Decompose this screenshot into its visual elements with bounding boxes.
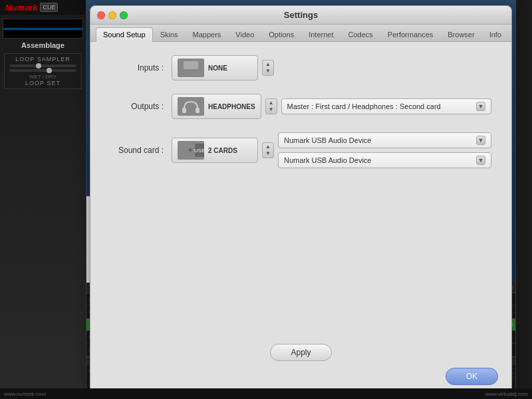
wet-dry-label: WET / DRY xyxy=(7,74,79,80)
deck-label: Assemblage xyxy=(3,40,83,51)
headphones-icon xyxy=(178,97,204,116)
dialog-tabs: Sound Setup Skins Mappers Video Options … xyxy=(90,25,511,42)
sound-card-dropdown-2[interactable]: Numark USB Audio Device ▼ xyxy=(278,152,491,168)
waveform-display xyxy=(3,19,83,39)
outputs-arrow-down[interactable]: ▼ xyxy=(267,106,276,113)
tab-sound-setup[interactable]: Sound Setup xyxy=(96,27,153,42)
sound-card-dropdown-2-arrow[interactable]: ▼ xyxy=(476,156,485,165)
apply-button[interactable]: Apply xyxy=(270,344,331,361)
sound-card-selector[interactable]: + USB 2 CARDS xyxy=(172,138,258,163)
close-button[interactable] xyxy=(97,11,105,19)
numark-logo-area: Numark CUE xyxy=(0,0,86,15)
dj-deck-area: Assemblage LOOP SAMPLER WET / DRY LOOP S… xyxy=(0,15,86,94)
left-sidebar: Numark CUE Assemblage LOOP SAMPLER WET /… xyxy=(0,0,86,399)
card-1 xyxy=(178,144,186,157)
numark-logo-text: Numark xyxy=(5,3,37,13)
slider-thumb-2 xyxy=(47,68,52,73)
minimize-button[interactable] xyxy=(108,11,116,19)
status-right-url: www.virtualdj.com xyxy=(485,391,528,397)
dialog-titlebar: Settings xyxy=(90,6,511,25)
inputs-selector[interactable]: NONE xyxy=(172,55,258,80)
outputs-dropdown-arrow[interactable]: ▼ xyxy=(476,102,485,111)
loop-sampler-label: LOOP SAMPLER xyxy=(7,56,79,63)
dialog-title: Settings xyxy=(284,10,318,20)
settings-dialog: Settings Sound Setup Skins Mappers Video… xyxy=(90,5,512,394)
sound-card-arrow-down[interactable]: ▼ xyxy=(263,150,273,157)
tab-video[interactable]: Video xyxy=(228,27,261,41)
usb-icon: USB xyxy=(195,144,204,157)
two-cards-icon: + USB xyxy=(178,141,204,160)
inputs-selector-label: NONE xyxy=(208,65,252,72)
inputs-arrow-up[interactable]: ▲ xyxy=(263,61,273,68)
slider-thumb xyxy=(36,63,41,68)
tab-internet[interactable]: Internet xyxy=(301,27,340,41)
outputs-selector[interactable]: HEADPHONES xyxy=(172,94,261,119)
dialog-footer: Apply OK xyxy=(90,336,511,393)
sound-card-dropdown-1-arrow[interactable]: ▼ xyxy=(476,136,485,145)
tab-browser[interactable]: Browser xyxy=(440,27,481,41)
outputs-dropdown-text: Master : First card / Headphones : Secon… xyxy=(287,102,441,110)
svg-rect-0 xyxy=(182,108,186,113)
tab-performances[interactable]: Performances xyxy=(380,27,440,41)
traffic-lights xyxy=(97,11,128,19)
waveform-line xyxy=(3,29,82,29)
sound-card-dropdown-1-text: Numark USB Audio Device xyxy=(284,136,371,144)
inputs-label: Inputs : xyxy=(110,63,164,72)
loop-set-label: LOOP SET xyxy=(7,80,79,86)
inputs-arrow-down[interactable]: ▼ xyxy=(263,68,273,74)
tab-options[interactable]: Options xyxy=(261,27,301,41)
plus-sign: + xyxy=(188,146,193,155)
outputs-arrow-up[interactable]: ▲ xyxy=(267,100,276,106)
outputs-control: HEADPHONES ▲ ▼ Master : First card / Hea… xyxy=(172,94,491,119)
sampler-slider-2[interactable] xyxy=(9,69,76,72)
two-cards-visual: + USB xyxy=(178,144,204,157)
sound-card-arrow-up[interactable]: ▲ xyxy=(263,144,273,150)
sound-card-row: Sound card : + USB 2 CARDS ▲ ▼ xyxy=(110,132,491,168)
sound-card-selector-label: 2 CARDS xyxy=(208,147,252,154)
sound-card-dropdown-2-text: Numark USB Audio Device xyxy=(284,156,371,164)
status-left-url: www.numark.com xyxy=(4,391,46,397)
svg-rect-1 xyxy=(196,108,200,113)
tab-skins[interactable]: Skins xyxy=(153,27,186,41)
none-icon xyxy=(178,59,204,77)
sound-card-dropdown-1[interactable]: Numark USB Audio Device ▼ xyxy=(278,132,491,148)
sound-card-control: + USB 2 CARDS ▲ ▼ Numark USB Audio Devic… xyxy=(172,132,491,168)
outputs-selector-label: HEADPHONES xyxy=(208,103,255,110)
sound-card-label: Sound card : xyxy=(110,146,164,155)
inputs-row: Inputs : NONE ▲ ▼ xyxy=(110,55,491,80)
outputs-dropdown[interactable]: Master : First card / Headphones : Secon… xyxy=(281,98,491,114)
tab-mappers[interactable]: Mappers xyxy=(186,27,229,41)
maximize-button[interactable] xyxy=(120,11,128,19)
outputs-label: Outputs : xyxy=(110,102,164,111)
loop-sampler-section: LOOP SAMPLER WET / DRY LOOP SET xyxy=(4,53,82,89)
inputs-control: NONE ▲ ▼ xyxy=(172,55,491,80)
outputs-arrows[interactable]: ▲ ▼ xyxy=(265,98,277,114)
status-bar: www.numark.com www.virtualdj.com xyxy=(0,388,532,399)
cue-badge: CUE xyxy=(40,3,58,12)
ok-button[interactable]: OK xyxy=(446,368,498,385)
dialog-content: Inputs : NONE ▲ ▼ Ou xyxy=(90,42,511,336)
tab-info[interactable]: Info xyxy=(482,27,509,41)
right-sidebar xyxy=(515,0,532,399)
outputs-row: Outputs : HEADPHONES ▲ ▼ xyxy=(110,94,491,119)
sound-card-arrows[interactable]: ▲ ▼ xyxy=(262,142,274,158)
sampler-slider[interactable] xyxy=(9,65,76,67)
inputs-arrows[interactable]: ▲ ▼ xyxy=(262,60,274,76)
tab-codecs[interactable]: Codecs xyxy=(341,27,380,41)
